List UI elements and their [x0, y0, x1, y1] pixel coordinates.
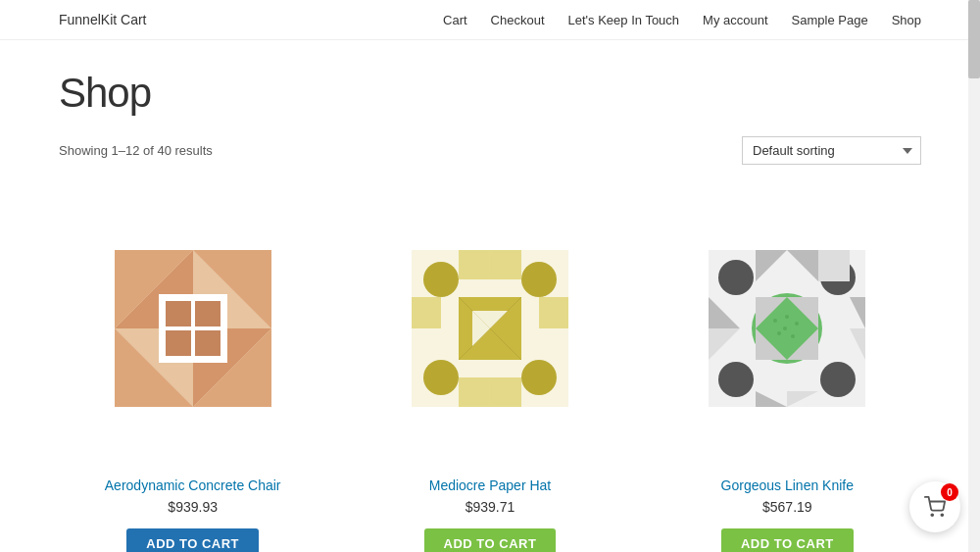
add-to-cart-button-1[interactable]: Add to cart	[126, 528, 259, 552]
main-content: Shop Showing 1–12 of 40 results Default …	[0, 40, 980, 552]
site-logo[interactable]: FunnelKit Cart	[59, 12, 146, 27]
svg-point-54	[777, 331, 781, 335]
product-price-1: $939.93	[59, 499, 326, 515]
svg-marker-43	[818, 250, 850, 281]
svg-point-62	[941, 514, 943, 516]
add-to-cart-button-2[interactable]: Add to cart	[424, 528, 557, 552]
page-title: Shop	[59, 70, 921, 117]
svg-marker-30	[459, 250, 490, 279]
cart-bubble[interactable]: 0	[909, 481, 960, 532]
shop-meta-bar: Showing 1–12 of 40 results Default sorti…	[59, 136, 921, 165]
product-image-2	[356, 194, 623, 462]
svg-point-40	[820, 362, 856, 397]
nav-keep-in-touch[interactable]: Let's Keep In Touch	[568, 13, 680, 27]
nav-shop[interactable]: Shop	[892, 13, 921, 27]
svg-point-22	[521, 360, 557, 395]
product-card-2: Mediocre Paper Hat $939.71 Add to cart	[356, 194, 623, 552]
cart-badge: 0	[941, 483, 958, 501]
svg-point-39	[718, 362, 754, 397]
svg-point-51	[773, 319, 777, 323]
svg-point-52	[785, 315, 789, 319]
main-nav: Cart Checkout Let's Keep In Touch My acc…	[443, 13, 921, 27]
scrollbar-thumb[interactable]	[968, 0, 980, 78]
nav-checkout[interactable]: Checkout	[491, 13, 545, 27]
svg-point-53	[795, 322, 799, 326]
add-to-cart-button-3[interactable]: Add to cart	[721, 528, 854, 552]
product-card-3: Gorgeous Linen Knife $567.19 Add to cart	[654, 194, 921, 552]
nav-sample-page[interactable]: Sample Page	[792, 13, 868, 27]
svg-point-19	[423, 262, 459, 297]
svg-point-37	[718, 260, 754, 295]
svg-point-56	[783, 326, 787, 330]
svg-point-61	[931, 514, 933, 516]
results-count: Showing 1–12 of 40 results	[59, 143, 213, 158]
nav-cart[interactable]: Cart	[443, 13, 467, 27]
product-card-1: Aerodynamic Concrete Chair $939.93 Add t…	[59, 194, 326, 552]
scrollbar-track[interactable]	[968, 0, 980, 552]
svg-rect-9	[195, 330, 220, 356]
product-name-2: Mediocre Paper Hat	[356, 477, 623, 493]
cart-icon	[924, 496, 946, 518]
product-price-3: $567.19	[654, 499, 921, 515]
svg-point-20	[521, 262, 557, 297]
product-name-1: Aerodynamic Concrete Chair	[59, 477, 326, 493]
site-header: FunnelKit Cart Cart Checkout Let's Keep …	[0, 0, 980, 40]
product-price-2: $939.71	[356, 499, 623, 515]
products-grid: Aerodynamic Concrete Chair $939.93 Add t…	[59, 194, 921, 552]
product-image-1	[59, 194, 326, 462]
svg-rect-6	[166, 301, 191, 326]
svg-rect-7	[195, 301, 220, 326]
svg-point-55	[791, 334, 795, 338]
svg-point-21	[423, 360, 459, 395]
sort-select[interactable]: Default sorting Sort by popularity Sort …	[742, 136, 921, 165]
svg-marker-32	[412, 297, 441, 328]
nav-my-account[interactable]: My account	[703, 13, 767, 27]
svg-rect-8	[166, 330, 191, 356]
svg-marker-31	[490, 250, 521, 279]
product-name-3: Gorgeous Linen Knife	[654, 477, 921, 493]
svg-marker-34	[459, 377, 490, 407]
product-image-3	[654, 194, 921, 462]
svg-marker-35	[490, 377, 521, 407]
svg-marker-33	[539, 297, 568, 328]
